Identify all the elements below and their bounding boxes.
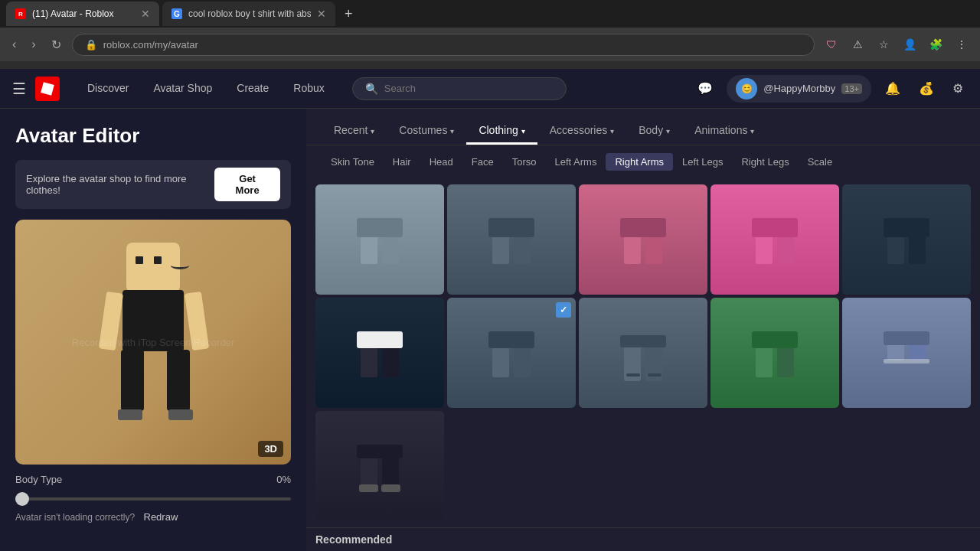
sub-head[interactable]: Head (420, 153, 462, 171)
item-thumb-black-jeans-sneakers (315, 411, 444, 521)
settings-icon[interactable]: ⚙ (948, 77, 968, 100)
item-jean-shorts[interactable]: Jean Shorts with White (842, 298, 971, 408)
address-bar[interactable]: 🔒 roblox.com/my/avatar (72, 34, 815, 56)
warning-icon[interactable]: ⚠ (847, 34, 868, 55)
sub-skin-tone[interactable]: Skin Tone (322, 153, 384, 171)
item-black-jeans-sneakers[interactable]: Black Jeans with Sneakers (315, 411, 444, 521)
back-button[interactable]: ‹ (8, 34, 21, 54)
shield-icon[interactable]: 🛡 (821, 34, 842, 55)
svg-rect-36 (359, 484, 378, 492)
sub-right-arms[interactable]: Right Arms (606, 153, 673, 171)
svg-rect-3 (357, 218, 403, 237)
body-type-slider[interactable] (15, 497, 291, 500)
sub-left-legs[interactable]: Left Legs (673, 153, 733, 171)
browser-tab-2[interactable]: G cool roblox boy t shirt with abs - Goo… (162, 2, 335, 26)
avatar-right-arm (185, 292, 209, 350)
recommended-label: Recommended (315, 533, 392, 546)
item-thumb-oakly-pants (447, 184, 576, 295)
browser-tabs: R (11) Avatar - Roblox ✕ G cool roblox b… (0, 0, 980, 28)
cat-accessories[interactable]: Accessories▾ (537, 118, 626, 145)
search-bar[interactable]: 🔍 (352, 77, 567, 100)
avatar-preview: Recorded with iTop Screen Recorder 3D (15, 220, 291, 465)
svg-rect-37 (381, 484, 400, 492)
cat-clothing[interactable]: Clothing▾ (466, 118, 537, 145)
sub-tabs: Skin Tone Hair Head Face Torso Left Arms… (306, 145, 980, 178)
sub-hair[interactable]: Hair (384, 153, 420, 171)
item-black-jeans-white[interactable]: Black Jeans with White (315, 298, 444, 408)
item-dark-green-jeans[interactable]: Dark Green Jeans (710, 298, 839, 408)
body-type-slider-container (15, 490, 291, 504)
avatar-eye-left (136, 256, 143, 264)
nav-create[interactable]: Create (224, 69, 281, 109)
top-nav: ☰ Discover Avatar Shop Create Robux 🔍 💬 … (0, 69, 980, 109)
notifications-icon[interactable]: 🔔 (880, 77, 905, 100)
svg-rect-29 (752, 331, 798, 348)
svg-rect-0 (41, 82, 54, 96)
item-thumb-dark-green-jeans (710, 298, 839, 408)
search-icon: 🔍 (365, 83, 378, 95)
new-tab-button[interactable]: + (338, 3, 359, 25)
age-badge: 13+ (841, 83, 862, 94)
body-type-label: Body Type (15, 474, 62, 485)
tab2-label: cool roblox boy t shirt with abs - Goo..… (188, 8, 311, 19)
nav-robux[interactable]: Robux (281, 69, 336, 109)
selected-checkmark: ✓ (556, 302, 571, 318)
body-type-row: Body Type 0% (15, 474, 291, 485)
item-thumb-jean-shorts (842, 298, 971, 408)
item-oakly-pants[interactable]: Oakly Pants (447, 184, 576, 295)
avatar-eye-right (154, 256, 162, 264)
reload-button[interactable]: ↻ (47, 34, 66, 55)
page-title: Avatar Editor (15, 124, 291, 148)
user-profile[interactable]: 😊 @HappyMorbby 13+ (727, 75, 871, 103)
hamburger-icon[interactable]: ☰ (12, 80, 26, 98)
cat-body[interactable]: Body▾ (626, 118, 682, 145)
svg-rect-18 (357, 331, 403, 348)
avatar-left-arm (99, 292, 123, 350)
chat-icon[interactable]: 💬 (693, 77, 717, 100)
tab1-close[interactable]: ✕ (141, 8, 150, 20)
sub-scale[interactable]: Scale (799, 153, 842, 171)
nav-avatar-shop[interactable]: Avatar Shop (141, 69, 224, 109)
profile-icon[interactable]: 👤 (899, 34, 920, 55)
browser-tab-1[interactable]: R (11) Avatar - Roblox ✕ (6, 2, 159, 26)
forward-button[interactable]: › (27, 34, 40, 54)
avatar-right-foot (168, 409, 193, 420)
avatar-head (126, 243, 180, 292)
avatar-icon: 😊 (736, 78, 757, 99)
items-grid: Lin Pants Oakly Pants Industry Baby Scru… (306, 178, 980, 527)
google-favicon: G (172, 8, 182, 19)
robux-icon[interactable]: 💰 (914, 77, 939, 100)
body-type-pct: 0% (276, 474, 291, 485)
nav-discover[interactable]: Discover (75, 69, 141, 109)
item-lin-pants[interactable]: Lin Pants (315, 184, 444, 295)
item-thumb-industry-pants (579, 184, 707, 295)
sub-right-legs[interactable]: Right Legs (732, 153, 798, 171)
bookmark-icon[interactable]: ☆ (873, 34, 894, 55)
tab1-label: (11) Avatar - Roblox (32, 8, 114, 19)
lock-icon: 🔒 (85, 39, 97, 51)
avatar-figure (84, 243, 222, 442)
svg-rect-15 (884, 218, 929, 237)
get-more-button[interactable]: Get More (214, 168, 280, 201)
avatar-left-foot (118, 409, 142, 420)
redraw-link[interactable]: Redraw (144, 511, 178, 523)
sub-left-arms[interactable]: Left Arms (545, 153, 606, 171)
item-sleepy-pants[interactable]: Sleepy Pajama Pants - Zara (710, 184, 839, 295)
extensions-icon[interactable]: 🧩 (925, 34, 946, 55)
item-ripped-skater[interactable]: Ripped Skater Pants (579, 298, 707, 408)
cat-recent[interactable]: Recent▾ (322, 118, 387, 145)
cat-animations[interactable]: Animations▾ (682, 118, 766, 145)
sub-torso[interactable]: Torso (503, 153, 546, 171)
cat-costumes[interactable]: Costumes▾ (387, 118, 466, 145)
item-john-pants[interactable]: ✓ John Pants (447, 298, 576, 408)
svg-rect-25 (648, 373, 662, 377)
svg-rect-26 (620, 335, 666, 347)
item-classic-pants[interactable]: Classic Male v2 - Pants (842, 184, 971, 295)
menu-icon[interactable]: ⋮ (951, 34, 972, 55)
tab2-close[interactable]: ✕ (317, 8, 326, 20)
item-industry-pants[interactable]: Industry Baby Scrubs Pants - (579, 184, 707, 295)
search-input[interactable] (384, 83, 554, 94)
sub-face[interactable]: Face (462, 153, 503, 171)
3d-badge: 3D (258, 441, 283, 457)
category-tabs: Recent▾ Costumes▾ Clothing▾ Accessories▾… (306, 109, 980, 145)
